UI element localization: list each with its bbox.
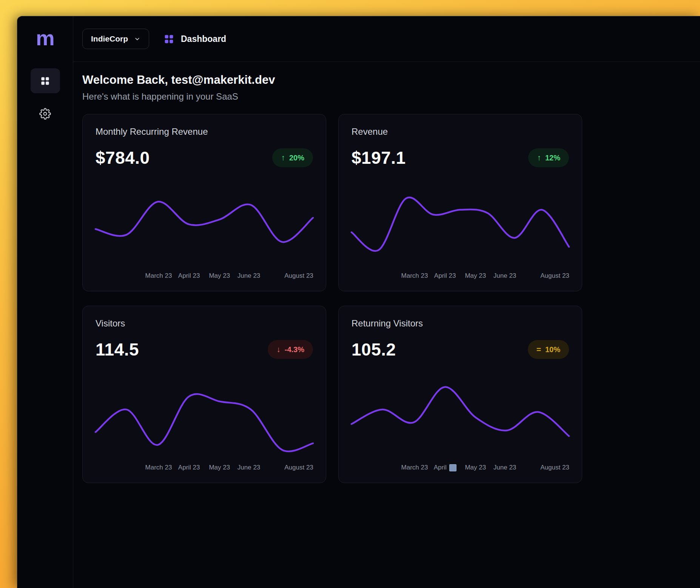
x-axis-label: August 23 bbox=[284, 272, 313, 280]
card-title: Revenue bbox=[352, 126, 569, 137]
trend-down-icon: ↓ bbox=[276, 345, 281, 354]
trend-label: 12% bbox=[545, 154, 560, 162]
metric-value: $197.1 bbox=[352, 148, 406, 168]
x-axis-label: April 23 bbox=[434, 272, 456, 280]
trend-label: 20% bbox=[289, 154, 304, 162]
chevron-down-icon bbox=[134, 36, 140, 42]
desktop-wallpaper: m bbox=[0, 0, 700, 588]
x-axis-label: August 23 bbox=[540, 464, 569, 471]
chart-line bbox=[352, 197, 569, 251]
sidebar-item-dashboard[interactable] bbox=[31, 68, 60, 93]
card-title: Returning Visitors bbox=[352, 318, 569, 329]
main-area: IndieCorp Dashboard bbox=[73, 16, 700, 588]
trend-neutral-icon: = bbox=[537, 345, 541, 354]
card-returning-visitors: Returning Visitors 105.2 = 10% March 23A… bbox=[338, 306, 582, 483]
trend-badge: = 10% bbox=[528, 340, 569, 359]
dashboard-icon bbox=[163, 34, 174, 45]
welcome-subtitle: Here's what is happening in your SaaS bbox=[82, 91, 691, 102]
x-axis-label: May 23 bbox=[209, 464, 230, 471]
breadcrumb: Dashboard bbox=[163, 34, 226, 45]
x-axis-labels: March 23April 23May 23June 23August 23 bbox=[352, 272, 569, 281]
organization-switcher[interactable]: IndieCorp bbox=[82, 29, 149, 49]
x-axis-label: June 23 bbox=[237, 464, 261, 471]
card-title: Visitors bbox=[96, 318, 313, 329]
x-axis-label: April bbox=[434, 464, 456, 471]
x-axis-label: June 23 bbox=[493, 464, 517, 471]
x-axis-label: August 23 bbox=[540, 272, 569, 280]
makerkit-logo: m bbox=[36, 28, 54, 49]
card-revenue: Revenue $197.1 ↑ 12% March 23April 23May… bbox=[338, 114, 582, 291]
gear-icon bbox=[39, 108, 51, 120]
line-chart: March 23April 23May 23June 23August 23 bbox=[352, 178, 569, 281]
selection-block bbox=[449, 464, 456, 471]
metric-value: 105.2 bbox=[352, 339, 396, 360]
dashboard-content: Welcome Back, test@makerkit.dev Here's w… bbox=[73, 62, 700, 494]
card-title: Monthly Recurring Revenue bbox=[96, 126, 313, 137]
metric-value: 114.5 bbox=[96, 339, 139, 360]
sidebar-item-settings[interactable] bbox=[37, 105, 54, 122]
x-axis-label: March 23 bbox=[145, 464, 172, 471]
chart-svg bbox=[96, 178, 313, 268]
metric-cards-grid: Monthly Recurring Revenue $784.0 ↑ 20% M… bbox=[82, 114, 691, 483]
x-axis-label: May 23 bbox=[465, 464, 486, 471]
organization-name: IndieCorp bbox=[91, 34, 128, 43]
chart-line bbox=[96, 394, 313, 451]
trend-label: 10% bbox=[545, 345, 560, 354]
card-visitors: Visitors 114.5 ↓ -4.3% March 23April 23M… bbox=[82, 306, 326, 483]
line-chart: March 23AprilMay 23June 23August 23 bbox=[352, 369, 569, 473]
sidebar: m bbox=[17, 16, 73, 588]
line-chart: March 23April 23May 23June 23August 23 bbox=[96, 369, 313, 473]
top-bar: IndieCorp Dashboard bbox=[73, 16, 700, 62]
chart-svg bbox=[96, 369, 313, 459]
trend-label: -4.3% bbox=[285, 345, 304, 354]
trend-badge: ↑ 20% bbox=[272, 148, 313, 167]
x-axis-label: June 23 bbox=[237, 272, 261, 280]
x-axis-labels: March 23April 23May 23June 23August 23 bbox=[96, 464, 313, 473]
trend-badge: ↑ 12% bbox=[528, 148, 569, 167]
x-axis-label: March 23 bbox=[401, 272, 428, 280]
x-axis-label: April 23 bbox=[178, 464, 200, 471]
x-axis-label: August 23 bbox=[284, 464, 313, 471]
x-axis-label: June 23 bbox=[493, 272, 517, 280]
x-axis-labels: March 23April 23May 23June 23August 23 bbox=[96, 272, 313, 281]
line-chart: March 23April 23May 23June 23August 23 bbox=[96, 178, 313, 281]
chart-line bbox=[96, 202, 313, 242]
card-monthly-recurring-revenue: Monthly Recurring Revenue $784.0 ↑ 20% M… bbox=[82, 114, 326, 291]
page-title: Dashboard bbox=[181, 34, 226, 44]
x-axis-label: May 23 bbox=[209, 272, 230, 280]
x-axis-label: April 23 bbox=[178, 272, 200, 280]
x-axis-label: March 23 bbox=[145, 272, 172, 280]
trend-up-icon: ↑ bbox=[281, 153, 285, 162]
chart-svg bbox=[352, 369, 569, 459]
app-window: m bbox=[17, 16, 700, 588]
x-axis-labels: March 23AprilMay 23June 23August 23 bbox=[352, 464, 569, 473]
trend-badge: ↓ -4.3% bbox=[268, 340, 313, 359]
metric-value: $784.0 bbox=[96, 148, 150, 168]
x-axis-label: May 23 bbox=[465, 272, 486, 280]
trend-up-icon: ↑ bbox=[537, 153, 541, 162]
chart-line bbox=[352, 387, 569, 436]
chart-svg bbox=[352, 178, 569, 268]
welcome-heading: Welcome Back, test@makerkit.dev bbox=[82, 73, 691, 87]
x-axis-label: March 23 bbox=[401, 464, 428, 471]
dashboard-grid-icon bbox=[40, 76, 50, 86]
